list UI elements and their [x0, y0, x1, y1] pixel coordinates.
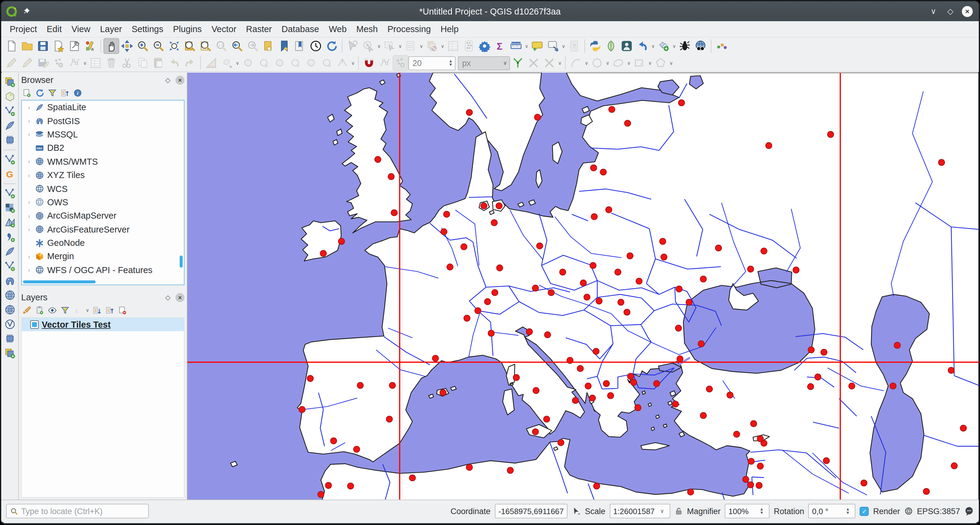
menu-edit[interactable]: Edit	[42, 21, 67, 37]
remove-layer-button[interactable]	[117, 305, 128, 316]
browser-item-arcgismapserver[interactable]: ›ArcGisMapServer	[22, 209, 184, 223]
browser-item-ows[interactable]: ›OWS	[22, 195, 184, 209]
messages-icon[interactable]	[964, 506, 974, 516]
bookmark-manager-button[interactable]	[292, 38, 308, 54]
self-snapping-button[interactable]	[510, 55, 526, 71]
menu-view[interactable]: View	[67, 21, 95, 37]
menu-plugins[interactable]: Plugins	[168, 21, 207, 37]
manage-map-themes-button[interactable]	[46, 305, 58, 316]
add-postgis-layer-button[interactable]	[2, 274, 17, 288]
temporal-controller-button[interactable]	[308, 38, 324, 54]
add-feature-tools-dropdown[interactable]: ∨	[671, 38, 677, 54]
expander-icon[interactable]: ›	[22, 131, 34, 138]
browser-item-postgis[interactable]: ›PostGIS	[22, 114, 184, 128]
browser-close-button[interactable]: ×	[175, 75, 185, 85]
layer-row[interactable]: Vector Tiles Test	[22, 318, 184, 331]
browser-item-wms-wmts[interactable]: ›WMS/WMTS	[22, 155, 184, 168]
collapse-all-layers-button[interactable]	[104, 305, 116, 316]
expander-icon[interactable]: ›	[22, 172, 34, 178]
zoom-out-button[interactable]	[151, 38, 166, 54]
browser-vscrollbar[interactable]	[180, 255, 183, 268]
measure-button[interactable]	[508, 38, 524, 54]
menu-settings[interactable]: Settings	[127, 21, 168, 37]
coordinate-input[interactable]: -1658975,6911667	[495, 504, 568, 519]
osm-place-search-button[interactable]	[693, 38, 708, 54]
metasearch-button[interactable]	[603, 38, 619, 54]
add-mesh-layer-button[interactable]	[2, 215, 17, 230]
pin-icon[interactable]	[22, 6, 31, 16]
open-layer-styling-button[interactable]	[21, 305, 33, 316]
menu-raster[interactable]: Raster	[241, 21, 277, 37]
expander-icon[interactable]: ›	[22, 158, 34, 165]
menu-vector[interactable]: Vector	[207, 21, 241, 37]
layers-close-button[interactable]: ×	[175, 293, 185, 302]
map-canvas[interactable]	[188, 73, 979, 500]
filter-browser-button[interactable]	[46, 87, 58, 99]
new-geopackage-layer-button[interactable]	[2, 89, 17, 104]
grass-tools-button[interactable]	[2, 167, 17, 181]
layers-float-button[interactable]: ◇	[163, 293, 172, 302]
filter-legend-button[interactable]	[59, 305, 71, 316]
new-scratch-layer-button[interactable]	[2, 133, 17, 147]
layer-name[interactable]: Vector Tiles Test	[39, 320, 111, 329]
pan-map-button[interactable]	[103, 38, 119, 54]
menu-web[interactable]: Web	[324, 21, 352, 37]
browser-float-button[interactable]: ◇	[163, 75, 172, 85]
add-spatialite-layer-button[interactable]	[2, 245, 17, 259]
profile-tool-button[interactable]	[619, 38, 635, 54]
python-console-button[interactable]	[587, 38, 603, 54]
render-checkbox[interactable]: ✓	[860, 506, 869, 515]
zoom-to-selection-button[interactable]	[182, 38, 198, 54]
zoom-in-button[interactable]	[135, 38, 151, 54]
new-annotation-button[interactable]	[545, 38, 561, 54]
browser-item-db2[interactable]: DB2	[22, 141, 184, 155]
new-project-button[interactable]	[4, 38, 19, 54]
zoom-full-button[interactable]	[166, 38, 182, 54]
menu-help[interactable]: Help	[436, 21, 463, 37]
layer-visibility-checkbox[interactable]	[30, 320, 39, 329]
browser-item-mergin[interactable]: ›Mergin	[22, 250, 184, 263]
expander-icon[interactable]: ›	[22, 118, 34, 124]
scale-combobox[interactable]: 1:26001587∨	[609, 504, 670, 519]
panel-splitter[interactable]	[19, 288, 187, 290]
expander-icon[interactable]: ›	[22, 199, 34, 206]
show-bookmarks-button[interactable]	[277, 38, 292, 54]
statistics-button[interactable]	[492, 38, 508, 54]
browser-hscrollbar[interactable]	[23, 280, 95, 283]
project-properties-button[interactable]	[67, 38, 82, 54]
processing-toolbox-button[interactable]	[477, 38, 492, 54]
add-wfs-layer-button[interactable]	[2, 317, 17, 331]
snap-unit-combobox[interactable]: px∨	[458, 56, 510, 70]
first-aid-debug-button[interactable]	[677, 38, 693, 54]
menu-project[interactable]: Project	[5, 21, 42, 37]
expander-icon[interactable]: ›	[22, 226, 34, 233]
zoom-to-layer-button[interactable]	[198, 38, 213, 54]
expand-all-button[interactable]	[91, 305, 103, 316]
measure-dropdown[interactable]: ∨	[524, 38, 529, 54]
add-vector-tile-layer-button[interactable]	[2, 346, 17, 360]
new-virtual-layer-button[interactable]	[2, 153, 17, 166]
minimize-button[interactable]: ∨	[928, 6, 939, 17]
menu-database[interactable]: Database	[277, 21, 324, 37]
add-virtual-layer-button[interactable]	[2, 259, 17, 273]
add-wcs-layer-button[interactable]	[2, 303, 17, 317]
title-bar[interactable]: *Untitled Project - QGIS d10267f3aa ∨ ◇ …	[1, 1, 979, 21]
add-raster-layer-button[interactable]	[2, 201, 17, 215]
add-selected-layers-button[interactable]	[21, 87, 33, 99]
new-spatialite-layer-button[interactable]	[2, 119, 17, 132]
browser-item-arcgisfeatureserver[interactable]: ›ArcGisFeatureServer	[22, 223, 184, 236]
menu-layer[interactable]: Layer	[95, 21, 127, 37]
browser-item-wcs[interactable]: WCS	[22, 182, 184, 196]
magnifier-spinbox[interactable]: 100%▲▼	[725, 504, 770, 519]
maximize-button[interactable]: ◇	[945, 6, 956, 17]
geometry-undo-dropdown[interactable]: ∨	[650, 38, 656, 54]
pan-to-selection-button[interactable]	[119, 38, 135, 54]
refresh-browser-button[interactable]	[34, 87, 45, 99]
crs-value[interactable]: EPSG:3857	[917, 506, 960, 515]
mouse-extent-icon[interactable]	[572, 506, 581, 515]
geometry-undo-button[interactable]	[635, 38, 650, 54]
open-project-button[interactable]	[19, 38, 35, 54]
browser-item-wfs-ogc-api-features[interactable]: ›WFS / OGC API - Features	[22, 263, 184, 277]
rotation-spinbox[interactable]: 0,0 °▲▼	[808, 504, 856, 519]
new-bookmark-button[interactable]	[261, 38, 277, 54]
